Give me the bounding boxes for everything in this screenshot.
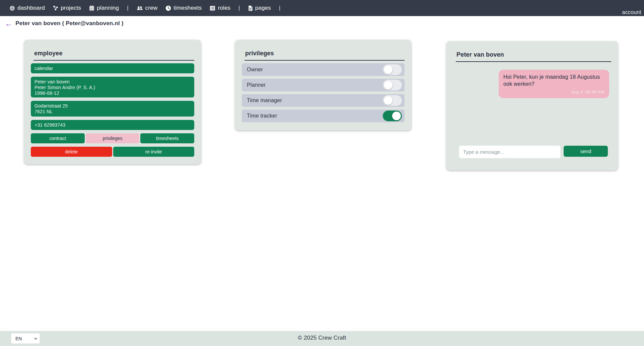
toggle-knob: [384, 96, 392, 105]
send-button[interactable]: send: [564, 146, 608, 157]
nav-item-crew[interactable]: crew: [137, 5, 158, 11]
privileges-panel: privileges Owner Planner Time manager Ti…: [235, 40, 411, 130]
address-postal: 7621 NL: [34, 109, 191, 115]
address-card[interactable]: Godaristraat 25 7621 NL: [31, 101, 194, 117]
person-info-card[interactable]: Peter van boven Peter Simon Andre (P. S.…: [31, 77, 194, 97]
nav-item-dashboard[interactable]: dashboard: [9, 5, 45, 11]
share-nodes-icon: [53, 5, 58, 11]
person-name: Peter van boven: [34, 79, 191, 85]
privilege-row-owner: Owner: [242, 63, 405, 76]
tab-timesheets[interactable]: timesheets: [140, 133, 194, 143]
calendar-button[interactable]: calendar: [31, 63, 194, 73]
privilege-label: Planner: [247, 82, 266, 88]
reinvite-button[interactable]: re-invite: [113, 147, 195, 157]
privilege-label: Time tracker: [247, 113, 277, 119]
address-street: Godaristraat 25: [34, 103, 191, 109]
calendar-icon: [89, 5, 94, 11]
privilege-label: Time manager: [247, 97, 282, 103]
phone-number: +31 62983743: [34, 122, 65, 128]
toggle-knob: [384, 81, 392, 89]
nav-account-link[interactable]: account: [622, 9, 641, 15]
chat-message-timestamp: Aug 3, 08:48 PM: [503, 88, 604, 95]
privilege-row-time-manager: Time manager: [242, 94, 405, 107]
nav-separator: |: [238, 5, 240, 11]
nav-item-roles[interactable]: roles: [210, 5, 230, 11]
chat-panel: Peter van boven Hoi Peter, kun je maanda…: [446, 41, 618, 170]
file-icon: [248, 5, 253, 11]
nav-label: roles: [218, 5, 230, 11]
nav-separator: |: [279, 5, 280, 11]
nav-item-projects[interactable]: projects: [53, 5, 81, 11]
users-icon: [137, 5, 143, 11]
message-input[interactable]: [459, 145, 561, 158]
toggle-planner[interactable]: [383, 80, 402, 90]
tab-privileges[interactable]: privileges: [86, 133, 140, 143]
nav-label: planning: [97, 5, 119, 11]
employee-panel-title: employee: [33, 50, 194, 61]
employee-tabs-row: contract privileges timesheets: [31, 133, 194, 143]
nav-item-timesheets[interactable]: timesheets: [165, 5, 202, 11]
person-birthdate: 1996-08-12: [34, 90, 191, 96]
nav-label: pages: [255, 5, 271, 11]
toggle-owner[interactable]: [383, 64, 402, 75]
list-icon: [210, 6, 215, 11]
page-footer: EN © 2025 Crew Craft: [0, 331, 644, 346]
nav-separator: |: [127, 5, 128, 11]
nav-item-pages[interactable]: pages: [248, 5, 271, 11]
nav-label: projects: [61, 5, 81, 11]
language-select-wrap: EN: [11, 333, 40, 344]
top-navbar: dashboard projects planning |: [0, 0, 644, 16]
employee-actions-row: delete re-invite: [31, 147, 194, 157]
nav-item-planning[interactable]: planning: [89, 5, 119, 11]
tab-contract[interactable]: contract: [31, 133, 85, 143]
chat-panel-title: Peter van boven: [456, 51, 611, 62]
privilege-label: Owner: [247, 67, 263, 73]
back-arrow-icon: ←: [5, 20, 12, 27]
back-label: Peter van boven ( Peter@vanboven.nl ): [15, 20, 124, 27]
language-select[interactable]: EN: [11, 333, 40, 344]
nav-label: dashboard: [17, 5, 45, 11]
chat-message-text: Hoi Peter, kun je maandag 18 Augustus oo…: [503, 73, 604, 87]
nav-label: crew: [145, 5, 158, 11]
chat-input-row: send: [459, 145, 608, 158]
toggle-knob: [392, 112, 401, 120]
privilege-row-planner: Planner: [242, 79, 405, 91]
chat-message-row: Hoi Peter, kun je maandag 18 Augustus oo…: [453, 70, 611, 98]
clock-icon: [165, 5, 171, 11]
copyright-text: © 2025 Crew Craft: [298, 335, 346, 341]
toggle-time-manager[interactable]: [383, 95, 402, 106]
privileges-panel-title: privileges: [244, 50, 405, 61]
chat-message-bubble: Hoi Peter, kun je maandag 18 Augustus oo…: [499, 70, 609, 98]
person-full-name: Peter Simon Andre (P. S. A.): [34, 85, 191, 90]
employee-panel: employee calendar Peter van boven Peter …: [24, 40, 201, 164]
toggle-knob: [384, 65, 392, 74]
delete-button[interactable]: delete: [31, 147, 112, 157]
phone-card[interactable]: +31 62983743: [31, 120, 194, 130]
nav-label: timesheets: [173, 5, 202, 11]
back-link[interactable]: ← Peter van boven ( Peter@vanboven.nl ): [5, 20, 124, 27]
toggle-time-tracker[interactable]: [383, 111, 402, 121]
globe-icon: [9, 5, 15, 11]
privilege-row-time-tracker: Time tracker: [242, 110, 405, 122]
